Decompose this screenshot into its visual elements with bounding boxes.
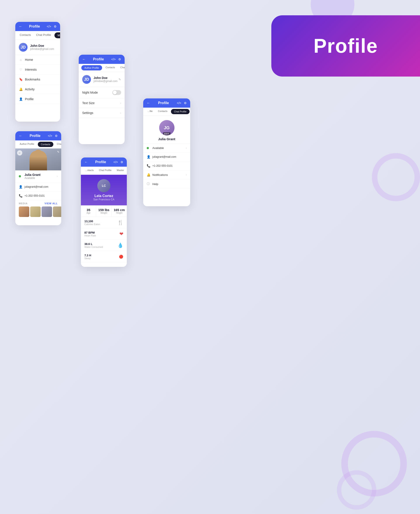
chat-notifications-chevron: › xyxy=(186,173,187,176)
code-icon[interactable]: </> xyxy=(47,25,51,28)
tab3-contacts-active[interactable]: Contacts xyxy=(38,142,53,147)
phone2-code-icon[interactable]: </> xyxy=(111,58,116,61)
tab2-contacts[interactable]: Contacts xyxy=(103,64,118,72)
phone3-settings-icon[interactable]: ⚙ xyxy=(55,134,58,138)
phone3-spacer xyxy=(15,219,61,224)
tab-chat-profile[interactable]: Chat Profile xyxy=(33,31,53,40)
chat-avatar-img: JG EDIT xyxy=(159,120,174,135)
settings-icon[interactable]: ⚙ xyxy=(54,25,57,28)
sleep-info: 7.3 H Sleep xyxy=(84,254,91,260)
back-icon[interactable]: ← xyxy=(19,24,22,28)
heartrate-val: 87 BPM xyxy=(84,231,96,234)
calories-label: Calories Eaten xyxy=(84,223,100,226)
media-thumb-3[interactable] xyxy=(42,206,52,217)
settings-row[interactable]: Settings › xyxy=(79,108,125,118)
tab4-chat[interactable]: Chat Profile xyxy=(97,167,114,174)
contact-edit-icon[interactable]: ✎ xyxy=(57,150,60,153)
chat-status-dot xyxy=(147,147,149,149)
phone-contacts: ← Profile </> ⚙ Author Profile Contacts … xyxy=(15,131,61,225)
media-thumb-4[interactable] xyxy=(53,206,61,217)
contact-email-left: 👤 juliagrant@mail.com xyxy=(19,185,48,189)
contact-name-info: Julia Grant Available xyxy=(24,173,40,180)
sleep-row: 7.3 H Sleep 🔴 xyxy=(81,251,127,263)
water-icon: 💧 xyxy=(117,242,123,248)
health-avatar-img: LC xyxy=(97,179,110,192)
phone4-code-icon[interactable]: </> xyxy=(113,160,118,164)
calories-info: 13,100 Calories Eaten xyxy=(84,219,100,226)
nav-interests-label: Interests xyxy=(25,68,37,71)
phone3-back-icon[interactable]: ← xyxy=(19,134,22,138)
contact-email-row: 👤 juliagrant@mail.com xyxy=(15,182,61,191)
phone3-title: Profile xyxy=(30,134,40,138)
contact-phone: +1-202-555-0101 xyxy=(24,194,45,197)
water-row: 38.6 L Water Consumed 💧 xyxy=(81,240,127,251)
phone5-tabs: ...file Contacts Chat Profile Master Hea… xyxy=(143,108,190,116)
chat-available-row[interactable]: Available › xyxy=(143,144,190,152)
nav-interests[interactable]: ♡ Interests xyxy=(15,65,60,75)
phone5-header: ← Profile </> ⚙ xyxy=(143,98,190,108)
chat-notifications-row[interactable]: 🔔 Notifications › xyxy=(143,170,190,179)
tab5-file[interactable]: ...file xyxy=(145,108,155,115)
edit-pencil-icon[interactable]: ✎ xyxy=(119,78,121,81)
phone1-avatar: JD xyxy=(19,43,28,52)
phone5-header-icons: </> ⚙ xyxy=(177,101,187,105)
media-thumb-2[interactable] xyxy=(30,206,41,217)
chat-help-row[interactable]: ⓘ Help xyxy=(143,179,190,189)
nav-activity[interactable]: 🔔 Activity xyxy=(15,84,60,94)
tab3-author[interactable]: Author Profile xyxy=(17,140,37,148)
phone-health-profile: ← Profile </> ⚙ ...ntacts Chat Profile M… xyxy=(81,158,127,267)
tab2-chat-profile[interactable]: Chat Profile xyxy=(118,64,125,72)
phone5-back-icon[interactable]: ← xyxy=(147,101,150,105)
calories-icon: 🍴 xyxy=(117,220,123,226)
phone4-back-icon[interactable]: ← xyxy=(84,160,88,164)
sleep-val: 7.3 H xyxy=(84,254,91,257)
phone5-settings-icon[interactable]: ⚙ xyxy=(184,101,187,105)
tab5-chat-active[interactable]: Chat Profile xyxy=(171,109,190,114)
phone1-header-icons: </> ⚙ xyxy=(47,25,57,28)
status-dot-green xyxy=(19,175,21,177)
tab4-master[interactable]: Master xyxy=(114,167,127,174)
phone3-code-icon[interactable]: </> xyxy=(48,134,52,138)
phone4-spacer xyxy=(81,263,127,267)
phone2-avatar: JD xyxy=(82,75,91,84)
tab3-chat[interactable]: Chat Profile xyxy=(54,140,61,148)
tab5-contacts[interactable]: Contacts xyxy=(155,108,170,115)
nav-profile[interactable]: 👤 Profile xyxy=(15,94,60,104)
avatar-edit-label[interactable]: EDIT xyxy=(163,132,171,135)
phone2-settings-icon[interactable]: ⚙ xyxy=(118,58,121,61)
chat-available-chevron: › xyxy=(186,147,187,150)
night-mode-row[interactable]: Night Mode xyxy=(79,87,125,98)
text-size-row[interactable]: Text Size › xyxy=(79,98,125,108)
health-age-label: Age xyxy=(82,212,95,214)
health-height-label: Height xyxy=(112,212,126,214)
person-icon: 👤 xyxy=(19,185,22,189)
tab4-contacts[interactable]: ...ntacts xyxy=(83,167,97,174)
phone2-back-icon[interactable]: ← xyxy=(82,57,86,61)
nav-bookmarks[interactable]: 🔖 Bookmarks xyxy=(15,75,60,84)
phone5-code-icon[interactable]: </> xyxy=(177,101,181,105)
media-thumb-1[interactable] xyxy=(19,206,29,217)
media-label: MEDIA xyxy=(19,202,28,205)
chat-phone: +1-202-555-0101 xyxy=(152,164,172,167)
phone2-spacer xyxy=(79,118,125,144)
phone4-settings-icon[interactable]: ⚙ xyxy=(120,160,123,164)
phone2-avatar-img: JD xyxy=(82,75,91,84)
chat-phone-icon: 📞 xyxy=(147,164,150,167)
phone1-title: Profile xyxy=(29,24,40,28)
contact-back-btn[interactable]: ← xyxy=(17,150,22,156)
home-icon: ⌂ xyxy=(19,58,23,61)
water-info: 38.6 L Water Consumed xyxy=(84,242,103,248)
chat-bell-icon: 🔔 xyxy=(147,173,150,176)
health-user-location: San Francisco CA xyxy=(84,198,123,201)
tab-contacts[interactable]: Contacts xyxy=(17,31,33,40)
phone-author-profile: ← Profile </> ⚙ Author Profile Contacts … xyxy=(79,55,125,144)
night-mode-toggle[interactable] xyxy=(112,90,121,95)
text-size-chevron: › xyxy=(120,101,121,105)
view-all-btn[interactable]: VIEW ALL xyxy=(45,202,58,205)
tab-author-profile[interactable]: Author Profile xyxy=(81,65,102,70)
chat-help-left: ⓘ Help xyxy=(147,182,158,186)
phone2-user-name: John Doe xyxy=(94,76,118,80)
tab-master-active[interactable]: Master xyxy=(54,32,60,38)
nav-home[interactable]: ⌂ Home xyxy=(15,55,60,65)
phone5-spacer xyxy=(143,189,190,206)
